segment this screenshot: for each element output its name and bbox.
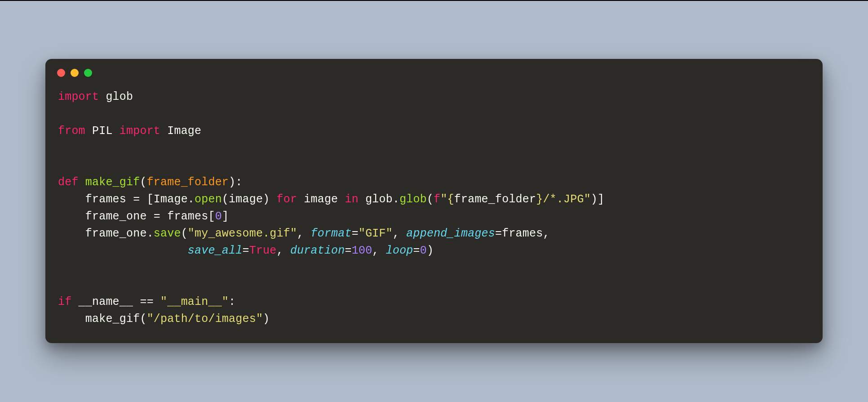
keyword-def: def (58, 176, 79, 189)
keyword-if: if (58, 295, 71, 308)
code-text: __name__ == (79, 295, 160, 308)
close-icon[interactable] (57, 69, 65, 77)
minimize-icon[interactable] (71, 69, 79, 77)
string-literal: /*.JPG" (543, 193, 590, 206)
method-call: glob (399, 193, 427, 206)
kwarg: format (311, 227, 352, 240)
method-call: open (195, 193, 222, 206)
kwarg: duration (290, 244, 345, 257)
function-call: make_gif (85, 313, 140, 326)
keyword-import: import (58, 90, 99, 103)
code-window: import glob from PIL import Image def ma… (45, 59, 823, 343)
function-name: make_gif (85, 176, 140, 189)
number-literal: 0 (420, 244, 427, 257)
module-name: Image (167, 125, 201, 138)
string-literal: "my_awesome.gif" (188, 227, 297, 240)
keyword-for: for (277, 193, 297, 206)
module-name: glob (106, 90, 133, 103)
f-prefix: f (434, 193, 440, 206)
string-literal: "/path/to/images" (147, 313, 263, 326)
code-text: frame_one. (85, 227, 154, 240)
package-name: PIL (92, 125, 113, 138)
interp-expr: frame_folder (454, 193, 536, 206)
kwarg: loop (386, 244, 413, 257)
code-text: frames = [Image. (85, 193, 195, 206)
keyword-import: import (120, 125, 160, 138)
keyword-in: in (345, 193, 359, 206)
number-literal: 0 (215, 210, 222, 223)
keyword-from: from (58, 125, 85, 138)
maximize-icon[interactable] (84, 69, 92, 77)
method-call: save (154, 227, 181, 240)
parameter: frame_folder (147, 176, 229, 189)
string-literal: "GIF" (359, 227, 393, 240)
code-block: import glob from PIL import Image def ma… (45, 80, 823, 343)
string-literal: " (440, 193, 447, 206)
code-text: frame_one = frames[ (85, 210, 215, 223)
window-titlebar (45, 59, 823, 80)
kwarg: save_all (188, 244, 243, 257)
bool-literal: True (249, 244, 277, 257)
kwarg: append_images (406, 227, 495, 240)
string-literal: "__main__" (160, 295, 229, 308)
number-literal: 100 (352, 244, 372, 257)
